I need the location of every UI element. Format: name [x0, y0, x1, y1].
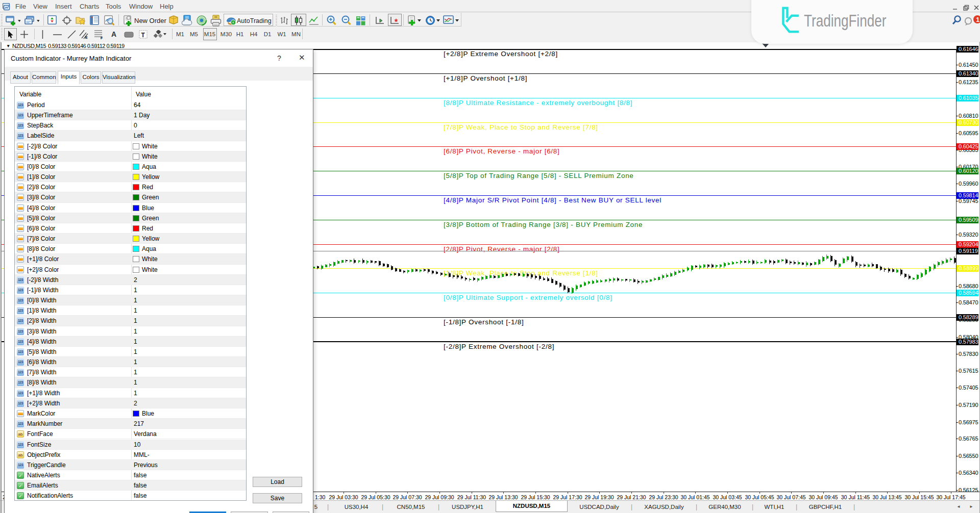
svg-text:1: 1: [976, 16, 979, 23]
